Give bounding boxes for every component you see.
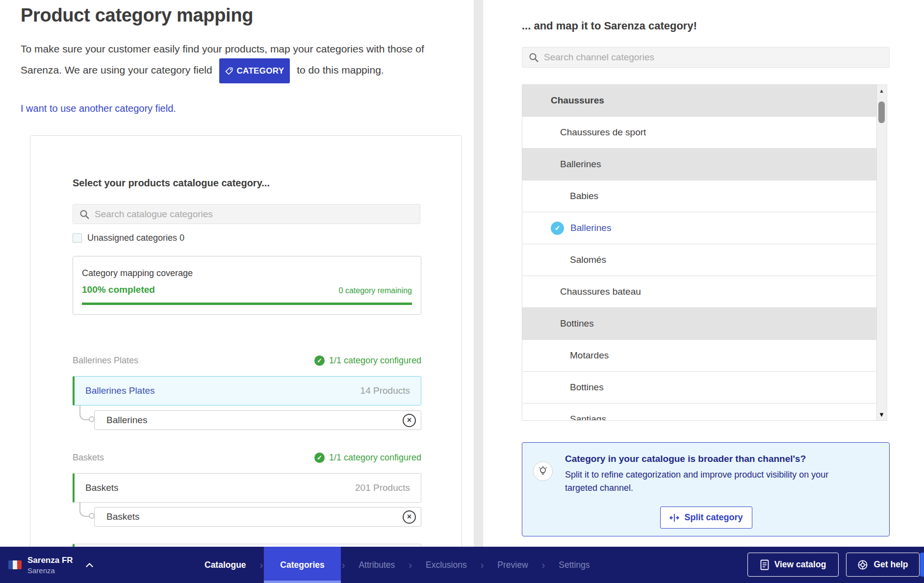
- nav-settings[interactable]: Settings: [546, 547, 602, 583]
- remove-mapping-icon[interactable]: ×: [403, 510, 416, 524]
- nav-categories[interactable]: Categories: [264, 547, 340, 583]
- tree-row-label: Salomés: [570, 254, 606, 265]
- nav-preview[interactable]: Preview: [485, 547, 540, 583]
- category-product-count: 201 Products: [355, 482, 410, 493]
- search-icon: [79, 209, 89, 219]
- tip-body: Split it to refine categorization and im…: [565, 468, 853, 495]
- right-panel: ... and map it to Sarenza category! Chau…: [483, 0, 924, 583]
- tag-icon: [225, 67, 233, 75]
- tree-row-santiags[interactable]: Santiags: [522, 404, 876, 421]
- nav-categories-label: Categories: [280, 560, 324, 570]
- tree-row-chaussures-bateau[interactable]: Chaussures bateau: [522, 276, 876, 308]
- unassigned-label: Unassigned categories 0: [87, 233, 184, 243]
- channel-search[interactable]: [522, 47, 890, 68]
- check-circle-icon: ✓: [314, 453, 325, 463]
- unassigned-checkbox[interactable]: [73, 233, 82, 243]
- unassigned-filter[interactable]: Unassigned categories 0: [73, 233, 184, 243]
- document-icon: [760, 559, 769, 570]
- category-product-count: 14 Products: [360, 385, 410, 396]
- france-flag-icon: [8, 560, 22, 569]
- scrollbar-thumb[interactable]: [878, 101, 885, 123]
- category-box-baskets[interactable]: Baskets 201 Products: [73, 473, 421, 503]
- tree-row-babies[interactable]: Babies: [522, 180, 876, 212]
- mapped-category-label: Ballerines: [106, 415, 147, 426]
- edge-button-sliver[interactable]: [920, 553, 924, 577]
- section-label: Ballerines Plates: [73, 355, 138, 366]
- catalogue-heading: Select your products catalogue category.…: [73, 177, 270, 189]
- tree-row-bottines-group[interactable]: Bottines: [522, 308, 876, 340]
- channel-search-input[interactable]: [544, 52, 883, 63]
- tree-row-label: Ballerines: [570, 223, 611, 233]
- remove-mapping-icon[interactable]: ×: [403, 414, 416, 427]
- tree-row-ballerines-selected[interactable]: ✓ Ballerines: [522, 212, 876, 244]
- scroll-down-arrow[interactable]: ▼: [877, 408, 886, 420]
- catalogue-search-input[interactable]: [95, 209, 413, 220]
- coverage-completed: 100% completed: [82, 284, 155, 295]
- split-button-label: Split category: [684, 512, 743, 523]
- catalogue-search[interactable]: [73, 204, 420, 224]
- tip-title: Category in your catalogue is broader th…: [565, 454, 806, 464]
- get-help-label: Get help: [873, 559, 908, 570]
- left-panel: Product category mapping To make sure yo…: [0, 0, 474, 583]
- chevron-up-icon[interactable]: [86, 563, 93, 567]
- section-label: Baskets: [73, 453, 104, 463]
- split-arrows-icon: [669, 513, 679, 522]
- lifebuoy-icon: [857, 559, 868, 570]
- store-names: Sarenza FR Sarenza: [27, 556, 73, 575]
- badge-label: CATEGORY: [237, 61, 284, 80]
- split-tip-box: Category in your catalogue is broader th…: [522, 442, 890, 536]
- search-icon: [529, 52, 539, 62]
- coverage-box: Category mapping coverage 100% completed…: [73, 256, 421, 315]
- nav-separator-icon: ›: [259, 547, 264, 583]
- tree-row-salomes[interactable]: Salomés: [522, 244, 876, 276]
- split-category-button[interactable]: Split category: [660, 507, 752, 529]
- nav-catalogue[interactable]: Catalogue: [192, 547, 259, 583]
- store-name: Sarenza FR: [27, 556, 73, 565]
- view-catalog-button[interactable]: View catalog: [747, 553, 839, 577]
- tree-row-bottines[interactable]: Bottines: [522, 372, 876, 404]
- use-another-field-link[interactable]: I want to use another category field.: [21, 103, 176, 114]
- tree-row-chaussures[interactable]: Chaussures: [522, 85, 876, 117]
- nav-attributes[interactable]: Attributes: [346, 547, 408, 583]
- tree-row-label: Ballerines: [560, 159, 601, 170]
- view-catalog-label: View catalog: [774, 559, 826, 570]
- channel-category-tree: Chaussures Chaussures de sport Ballerine…: [522, 84, 877, 421]
- category-field-badge: CATEGORY: [219, 58, 290, 83]
- coverage-remaining: 0 category remaining: [339, 286, 412, 295]
- section-status-text: 1/1 category configured: [329, 355, 421, 366]
- tree-row-ballerines-group[interactable]: Ballerines: [522, 149, 876, 180]
- category-box-ballerines-plates[interactable]: Ballerines Plates 14 Products: [73, 376, 421, 406]
- nav-separator-icon: ›: [341, 547, 346, 583]
- section-status: ✓ 1/1 category configured: [314, 355, 421, 366]
- mapped-chip-baskets: Baskets ×: [94, 507, 421, 527]
- tree-row-label: Motardes: [570, 350, 609, 361]
- nav-separator-icon: ›: [541, 547, 546, 583]
- section-status: ✓ 1/1 category configured: [314, 453, 421, 463]
- store-selector[interactable]: Sarenza FR Sarenza: [8, 547, 93, 583]
- tree-row-label: Bottines: [570, 382, 604, 393]
- tree-row-label: Chaussures de sport: [560, 127, 646, 138]
- tree-row-chaussures-de-sport[interactable]: Chaussures de sport: [522, 117, 876, 149]
- connector-line: [79, 406, 93, 420]
- tree-row-label: Chaussures: [551, 95, 604, 106]
- lightbulb-icon: [533, 461, 553, 481]
- nav-exclusions[interactable]: Exclusions: [413, 547, 480, 583]
- get-help-button[interactable]: Get help: [846, 553, 920, 577]
- app-root: Product category mapping To make sure yo…: [0, 0, 924, 583]
- page-title: Product category mapping: [21, 5, 253, 26]
- catalogue-card: Select your products catalogue category.…: [30, 135, 462, 577]
- nav-separator-icon: ›: [408, 547, 413, 583]
- tree-row-label: Bottines: [560, 318, 594, 329]
- coverage-progress-bar: [82, 303, 412, 305]
- mapped-chip-ballerines: Ballerines ×: [94, 410, 421, 430]
- section-header-ballerines-plates: Ballerines Plates ✓ 1/1 category configu…: [73, 354, 421, 367]
- tree-scrollbar[interactable]: ▲ ▼: [877, 84, 887, 421]
- active-tab-underline: [264, 581, 340, 583]
- coverage-title: Category mapping coverage: [82, 268, 193, 279]
- intro-after: to do this mapping.: [297, 64, 384, 76]
- category-name: Baskets: [85, 482, 119, 493]
- section-header-baskets: Baskets ✓ 1/1 category configured: [73, 451, 421, 464]
- tree-row-motardes[interactable]: Motardes: [522, 340, 876, 372]
- category-name: Ballerines Plates: [85, 385, 155, 396]
- scroll-up-arrow[interactable]: ▲: [877, 85, 886, 97]
